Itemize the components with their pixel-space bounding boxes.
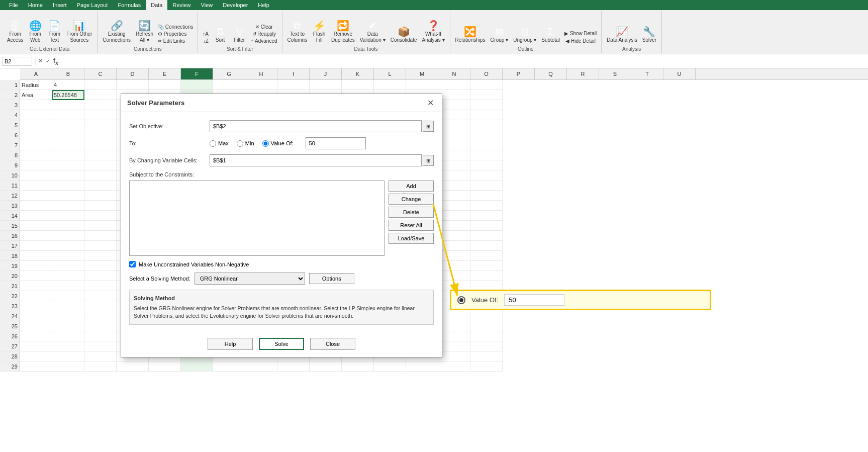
cancel-formula-icon[interactable]: ✕ [38, 58, 43, 64]
cell-ref-input[interactable]: B2 [2, 57, 32, 66]
col-header-j[interactable]: J [310, 68, 342, 79]
tab-insert[interactable]: Insert [48, 0, 72, 10]
cell-e1[interactable] [149, 80, 181, 90]
col-header-o[interactable]: O [470, 68, 503, 79]
cell-l1[interactable] [374, 80, 406, 90]
za-sort-button[interactable]: ↓Z [201, 38, 210, 44]
formula-input[interactable] [60, 57, 866, 65]
col-header-t[interactable]: T [631, 68, 663, 79]
solver-button[interactable]: 🔧 Solver [640, 26, 658, 44]
col-header-g[interactable]: G [213, 68, 245, 79]
help-button[interactable]: Help [208, 338, 253, 350]
relationships-button[interactable]: 🔀 Relationships [453, 26, 488, 44]
sort-button[interactable]: ⇅ Sort [211, 26, 229, 44]
cell-o2[interactable] [470, 90, 503, 100]
from-web-button[interactable]: 🌐 FromWeb [26, 20, 44, 44]
cell-n1[interactable] [438, 80, 470, 90]
col-header-h[interactable]: H [245, 68, 277, 79]
col-header-l[interactable]: L [374, 68, 406, 79]
col-header-m[interactable]: M [406, 68, 438, 79]
tab-home[interactable]: Home [23, 0, 48, 10]
col-header-r[interactable]: R [567, 68, 599, 79]
insert-function-icon[interactable]: fx [53, 57, 58, 66]
add-button[interactable]: Add [389, 180, 434, 192]
by-changing-input[interactable] [210, 154, 422, 166]
reapply-button[interactable]: ↺ Reapply [249, 31, 279, 37]
col-header-d[interactable]: D [117, 68, 149, 79]
tab-view[interactable]: View [196, 0, 218, 10]
cell-g1[interactable] [213, 80, 245, 90]
remove-duplicates-button[interactable]: 🔁 RemoveDuplicates [329, 20, 357, 44]
hide-detail-button[interactable]: ◀ Hide Detail [563, 38, 598, 44]
max-radio[interactable] [210, 140, 216, 147]
reset-all-button[interactable]: Reset All [389, 220, 434, 231]
subtotal-button[interactable]: Σ Subtotal [539, 26, 562, 44]
az-sort-button[interactable]: ↑A [201, 31, 210, 37]
from-other-sources-button[interactable]: 📊 From OtherSources [64, 20, 94, 44]
ungroup-button[interactable]: ⊟ Ungroup ▾ [511, 26, 538, 44]
flash-fill-button[interactable]: ⚡ FlashFill [310, 20, 328, 44]
data-validation-button[interactable]: ✔ DataValidation ▾ [358, 20, 388, 44]
clear-button[interactable]: ✕ Clear [249, 24, 279, 30]
min-option[interactable]: Min [237, 140, 254, 147]
tab-help[interactable]: Help [253, 0, 274, 10]
col-header-i[interactable]: I [277, 68, 310, 79]
col-header-f[interactable]: F [181, 68, 213, 79]
col-header-a[interactable]: A [20, 68, 52, 79]
options-button[interactable]: Options [309, 273, 354, 284]
cell-k1[interactable] [342, 80, 374, 90]
tab-page-layout[interactable]: Page Layout [72, 0, 113, 10]
cell-n2[interactable] [438, 90, 470, 100]
col-header-n[interactable]: N [438, 68, 470, 79]
dialog-close-button[interactable]: ✕ [425, 98, 436, 108]
col-header-s[interactable]: S [599, 68, 631, 79]
cell-f1[interactable] [181, 80, 213, 90]
data-analysis-button[interactable]: 📈 Data Analysis [605, 26, 639, 44]
confirm-formula-icon[interactable]: ✓ [46, 58, 50, 64]
cell-c1[interactable] [84, 80, 117, 90]
unconstrained-checkbox[interactable] [129, 261, 136, 267]
col-header-k[interactable]: K [342, 68, 374, 79]
value-of-input[interactable] [306, 137, 366, 149]
col-header-u[interactable]: U [663, 68, 696, 79]
cell-a2[interactable]: Area [20, 90, 52, 100]
load-save-button[interactable]: Load/Save [389, 233, 434, 244]
advanced-button[interactable]: ≡ Advanced [249, 38, 279, 44]
delete-button[interactable]: Delete [389, 207, 434, 218]
by-changing-ref-button[interactable]: ⊞ [423, 155, 434, 166]
change-button[interactable]: Change [389, 194, 434, 205]
group-button[interactable]: ⊞ Group ▾ [489, 26, 511, 44]
tab-formulas[interactable]: Formulas [113, 0, 146, 10]
dialog-title-bar[interactable]: Solver Parameters ✕ [121, 94, 442, 112]
tab-data[interactable]: Data [146, 0, 167, 10]
existing-connections-button[interactable]: 🔗 ExistingConnections [101, 20, 133, 44]
consolidate-button[interactable]: 📦 Consolidate [389, 26, 419, 44]
col-header-e[interactable]: E [149, 68, 181, 79]
from-access-button[interactable]: 🗄 FromAccess [5, 20, 25, 44]
cell-b1[interactable]: 4 [52, 80, 84, 90]
tab-developer[interactable]: Developer [218, 0, 253, 10]
from-text-button[interactable]: 📄 FromText [45, 20, 63, 44]
tab-file[interactable]: File [4, 0, 23, 10]
tab-review[interactable]: Review [167, 0, 196, 10]
col-header-q[interactable]: Q [535, 68, 567, 79]
connections-button[interactable]: 📎 Connections [156, 24, 195, 30]
cell-m1[interactable] [406, 80, 438, 90]
cell-o1[interactable] [470, 80, 503, 90]
cell-h1[interactable] [245, 80, 277, 90]
close-button[interactable]: Close [310, 338, 355, 350]
cell-i1[interactable] [277, 80, 310, 90]
show-detail-button[interactable]: ▶ Show Detail [563, 30, 598, 37]
min-radio[interactable] [237, 140, 243, 147]
cell-j1[interactable] [310, 80, 342, 90]
col-header-b[interactable]: B [52, 68, 84, 79]
col-header-c[interactable]: C [84, 68, 117, 79]
cell-d1[interactable] [117, 80, 149, 90]
cell-a1[interactable]: Radius [20, 80, 52, 90]
constraints-list[interactable] [129, 180, 384, 256]
text-to-columns-button[interactable]: ⧉ Text toColumns [285, 20, 309, 44]
col-header-p[interactable]: P [503, 68, 535, 79]
max-option[interactable]: Max [210, 140, 229, 147]
filter-button[interactable]: ▽ Filter [230, 26, 248, 44]
cell-c2[interactable] [84, 90, 117, 100]
